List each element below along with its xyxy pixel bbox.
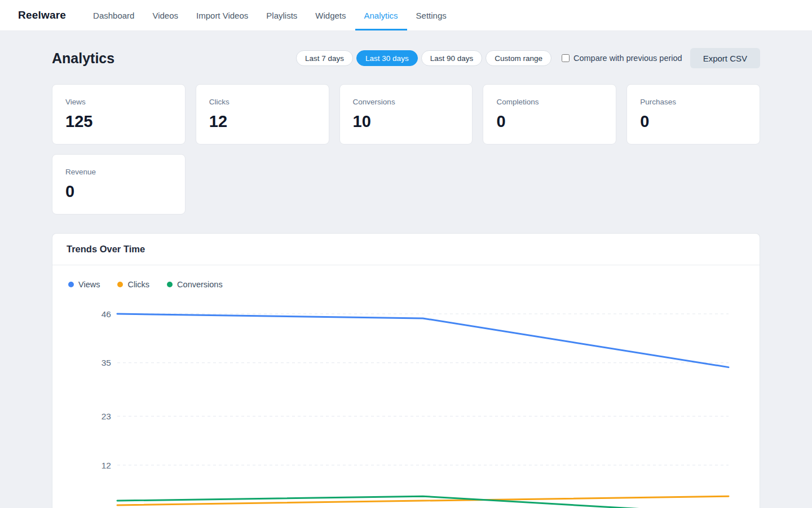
stat-card-revenue: Revenue 0	[52, 154, 186, 214]
chart-body: Views Clicks Conversions 46352312	[52, 265, 760, 508]
compare-label: Compare with previous period	[573, 54, 682, 63]
stat-label: Views	[65, 98, 172, 106]
legend-label: Clicks	[127, 280, 149, 289]
y-axis-tick: 35	[102, 358, 111, 367]
stat-value: 0	[65, 183, 172, 200]
page-header: Analytics Last 7 days Last 30 days Last …	[52, 48, 760, 68]
stat-label: Purchases	[640, 98, 747, 106]
y-axis-tick: 46	[102, 309, 111, 319]
series-line-views	[117, 314, 729, 367]
chart-header: Trends Over Time	[52, 234, 760, 265]
range-last-30-days[interactable]: Last 30 days	[356, 50, 418, 66]
conversions-legend-dot-icon	[167, 282, 173, 287]
stat-card-views: Views 125	[52, 84, 186, 144]
trends-line-chart: 46352312	[52, 265, 760, 508]
page-title: Analytics	[52, 50, 114, 67]
stat-value: 0	[496, 113, 603, 130]
chart-title: Trends Over Time	[67, 244, 145, 255]
legend-item-views[interactable]: Views	[68, 280, 100, 289]
top-nav: Reelware Dashboard Videos Import Videos …	[0, 0, 812, 31]
nav-item-analytics[interactable]: Analytics	[355, 0, 407, 30]
legend-label: Conversions	[177, 280, 223, 289]
nav-item-videos[interactable]: Videos	[143, 0, 187, 30]
stats-grid: Views 125 Clicks 12 Conversions 10 Compl…	[52, 84, 760, 214]
nav-item-playlists[interactable]: Playlists	[257, 0, 306, 30]
stat-card-conversions: Conversions 10	[339, 84, 473, 144]
series-line-clicks	[117, 496, 729, 505]
stat-card-purchases: Purchases 0	[626, 84, 760, 144]
range-last-7-days[interactable]: Last 7 days	[296, 50, 353, 66]
compare-toggle[interactable]: Compare with previous period	[562, 54, 682, 63]
stat-label: Completions	[496, 98, 603, 106]
stat-value: 0	[640, 113, 747, 130]
legend-item-conversions[interactable]: Conversions	[167, 280, 223, 289]
stat-value: 125	[65, 113, 172, 130]
stat-value: 10	[353, 113, 460, 130]
trends-chart-card: Trends Over Time Views Clicks Conversion…	[52, 233, 760, 508]
nav-item-import-videos[interactable]: Import Videos	[187, 0, 257, 30]
legend-label: Views	[78, 280, 100, 289]
page-content: Analytics Last 7 days Last 30 days Last …	[0, 48, 812, 508]
nav-item-widgets[interactable]: Widgets	[306, 0, 355, 30]
clicks-legend-dot-icon	[117, 282, 123, 287]
stat-label: Revenue	[65, 168, 172, 176]
range-last-90-days[interactable]: Last 90 days	[421, 50, 483, 66]
stat-card-completions: Completions 0	[483, 84, 616, 144]
nav-item-dashboard[interactable]: Dashboard	[84, 0, 143, 30]
range-custom[interactable]: Custom range	[486, 50, 551, 66]
stat-card-clicks: Clicks 12	[196, 84, 329, 144]
stat-value: 12	[209, 113, 316, 130]
stat-label: Clicks	[209, 98, 316, 106]
brand-logo[interactable]: Reelware	[18, 0, 66, 30]
chart-legend: Views Clicks Conversions	[68, 280, 240, 289]
legend-item-clicks[interactable]: Clicks	[117, 280, 149, 289]
compare-checkbox[interactable]	[562, 54, 570, 62]
stat-label: Conversions	[353, 98, 460, 106]
y-axis-tick: 12	[102, 461, 111, 470]
analytics-controls: Last 7 days Last 30 days Last 90 days Cu…	[293, 48, 760, 68]
views-legend-dot-icon	[68, 282, 74, 287]
nav-item-settings[interactable]: Settings	[407, 0, 456, 30]
export-csv-button[interactable]: Export CSV	[690, 48, 760, 68]
y-axis-tick: 23	[102, 411, 111, 421]
